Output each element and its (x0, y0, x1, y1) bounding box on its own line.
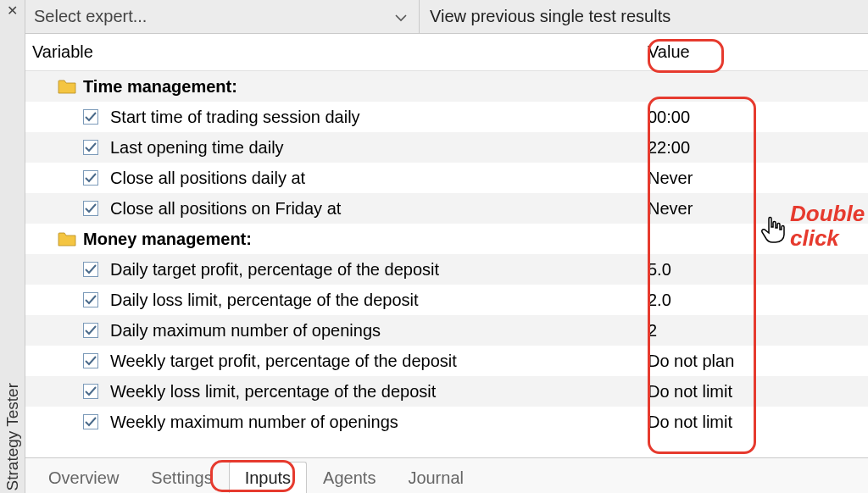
input-variable-label: Close all positions on Friday at (110, 199, 637, 219)
input-variable-label: Weekly target profit, percentage of the … (110, 352, 637, 371)
checkbox[interactable] (83, 292, 98, 307)
input-row[interactable]: Close all positions on Friday atNever (25, 193, 868, 224)
sidebar: ✕ Strategy Tester (0, 0, 25, 493)
checkbox[interactable] (83, 414, 98, 429)
group-header[interactable]: Money management: (25, 224, 868, 254)
checkbox[interactable] (83, 201, 98, 216)
input-value-cell[interactable]: Do not plan (637, 352, 868, 371)
group-label: Time management: (83, 77, 637, 97)
tab-agents[interactable]: Agents (307, 462, 392, 493)
input-variable-label: Daily loss limit, percentage of the depo… (110, 291, 637, 310)
input-value-cell[interactable]: Never (637, 169, 868, 188)
folder-icon (58, 79, 76, 94)
input-variable-label: Daily maximum number of openings (110, 321, 637, 341)
checkbox[interactable] (83, 384, 98, 399)
input-value-cell[interactable]: Do not limit (637, 413, 868, 432)
tab-overview[interactable]: Overview (32, 462, 135, 493)
close-icon[interactable]: ✕ (0, 0, 25, 20)
checkbox[interactable] (83, 170, 98, 186)
grid-header: Variable Value (25, 34, 868, 71)
input-variable-label: Daily target profit, percentage of the d… (110, 260, 637, 280)
topbar: Select expert... View previous single te… (25, 0, 868, 34)
input-row[interactable]: Close all positions daily atNever (25, 163, 868, 193)
column-header-value[interactable]: Value (637, 42, 868, 62)
tabs: OverviewSettingsInputsAgentsJournal (25, 457, 868, 493)
checkbox[interactable] (83, 353, 98, 368)
group-label: Money management: (83, 230, 637, 249)
previous-results-link[interactable]: View previous single test results (420, 0, 868, 33)
group-header[interactable]: Time management: (25, 71, 868, 102)
tab-settings[interactable]: Settings (135, 462, 228, 493)
input-variable-label: Start time of trading session daily (110, 108, 637, 127)
input-value-cell[interactable]: Never (637, 199, 868, 219)
input-row[interactable]: Start time of trading session daily00:00 (25, 102, 868, 132)
input-value-cell[interactable]: 22:00 (637, 138, 868, 158)
input-value-cell[interactable]: 5.0 (637, 260, 868, 280)
checkbox[interactable] (83, 109, 98, 125)
tab-journal[interactable]: Journal (392, 462, 480, 493)
input-variable-label: Weekly loss limit, percentage of the dep… (110, 382, 637, 402)
folder-icon (58, 231, 76, 246)
input-row[interactable]: Last opening time daily22:00 (25, 132, 868, 163)
input-variable-label: Last opening time daily (110, 138, 637, 158)
input-variable-label: Weekly maximum number of openings (110, 413, 637, 432)
input-variable-label: Close all positions daily at (110, 169, 637, 188)
input-row[interactable]: Weekly loss limit, percentage of the dep… (25, 376, 868, 407)
checkbox[interactable] (83, 323, 98, 338)
sidebar-title: Strategy Tester (0, 20, 25, 493)
expert-select[interactable]: Select expert... (25, 0, 420, 33)
input-row[interactable]: Weekly maximum number of openingsDo not … (25, 407, 868, 437)
input-value-cell[interactable]: 00:00 (637, 108, 868, 127)
input-value-cell[interactable]: 2.0 (637, 291, 868, 310)
input-row[interactable]: Weekly target profit, percentage of the … (25, 346, 868, 376)
checkbox[interactable] (83, 262, 98, 277)
expert-select-placeholder: Select expert... (34, 7, 147, 26)
input-row[interactable]: Daily maximum number of openings2 (25, 315, 868, 346)
input-row[interactable]: Daily target profit, percentage of the d… (25, 254, 868, 285)
input-value-cell[interactable]: 2 (637, 321, 868, 341)
inputs-grid: Variable Value Time management:Start tim… (25, 34, 868, 457)
column-header-variable[interactable]: Variable (32, 42, 637, 62)
input-row[interactable]: Daily loss limit, percentage of the depo… (25, 285, 868, 315)
chevron-down-icon (395, 7, 407, 26)
checkbox[interactable] (83, 140, 98, 155)
tab-inputs[interactable]: Inputs (229, 462, 307, 493)
input-value-cell[interactable]: Do not limit (637, 382, 868, 402)
